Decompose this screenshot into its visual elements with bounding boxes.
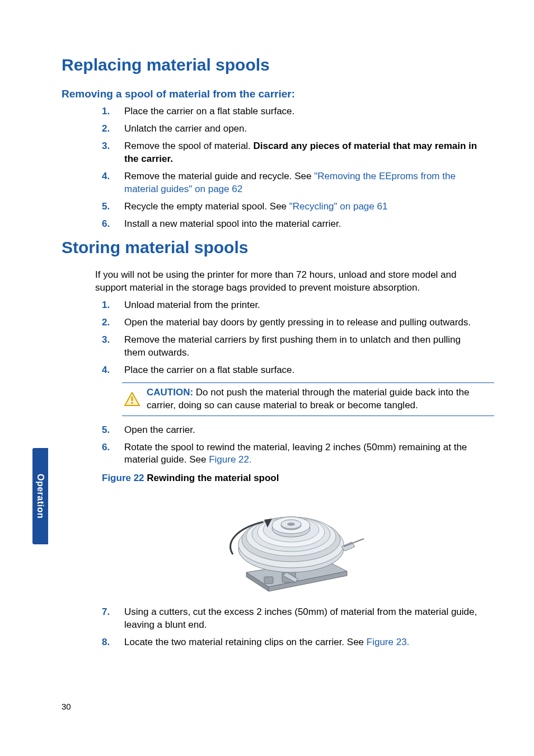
section-tab-label: Operation [34,474,46,519]
caution-icon [124,392,140,407]
step-number: 1. [102,299,124,312]
step-text: Place the carrier on a flat stable surfa… [124,364,481,377]
cross-reference-link[interactable]: Figure 23. [367,637,410,647]
step-text: Rotate the spool to rewind the material,… [124,441,481,467]
figure-title: Rewinding the material spool [144,473,279,483]
list-item: 4. Place the carrier on a flat stable su… [62,364,481,377]
caution-label: CAUTION: [147,387,193,398]
step-text: Place the carrier on a flat stable surfa… [124,105,481,118]
step-text: Install a new material spool into the ma… [124,218,481,231]
step-number: 4. [102,170,124,196]
step-text-pre: Recycle the empty material spool. See [124,201,289,212]
remove-steps-list: 1. Place the carrier on a flat stable su… [62,105,481,231]
step-text: Unload material from the printer. [124,299,481,312]
storing-intro-paragraph: If you will not be using the printer for… [95,269,481,295]
caution-text: CAUTION: Do not push the material throug… [147,386,491,412]
step-text: Using a cutters, cut the excess 2 inches… [124,606,481,632]
cross-reference-link[interactable]: "Recycling" on page 61 [289,201,388,212]
step-text-pre: Locate the two material retaining clips … [124,637,367,647]
list-item: 1. Unload material from the printer. [62,299,481,312]
step-text: Recycle the empty material spool. See "R… [124,200,481,213]
step-text-pre: Rotate the spool to rewind the material,… [124,442,467,465]
step-number: 3. [102,140,124,166]
svg-rect-1 [132,396,133,401]
step-number: 7. [102,606,124,632]
step-text: Open the material bay doors by gently pr… [124,316,481,329]
storing-steps-list-b: 5. Open the carrier. 6. Rotate the spool… [62,424,481,467]
list-item: 2. Unlatch the carrier and open. [62,123,481,136]
storing-steps-list-c: 7. Using a cutters, cut the excess 2 inc… [62,606,481,649]
step-text: Remove the material guide and recycle. S… [124,170,481,196]
list-item: 5. Open the carrier. [62,424,481,437]
step-text: Remove the material carriers by first pu… [124,334,481,360]
step-text: Remove the spool of material. Discard an… [124,140,481,166]
list-item: 8. Locate the two material retaining cli… [62,636,481,649]
list-item: 3. Remove the spool of material. Discard… [62,140,481,166]
list-item: 3. Remove the material carriers by first… [62,334,481,360]
step-number: 2. [102,123,124,136]
step-number: 5. [102,424,124,437]
list-item: 6. Install a new material spool into the… [62,218,481,231]
step-number: 4. [102,364,124,377]
heading-replacing-material-spools: Replacing material spools [62,54,481,77]
list-item: 6. Rotate the spool to rewind the materi… [62,441,481,467]
step-text: Open the carrier. [124,424,481,437]
caution-callout: CAUTION: Do not push the material throug… [122,382,494,416]
svg-rect-2 [132,402,133,404]
step-number: 8. [102,636,124,649]
caution-body: Do not push the material through the mat… [147,387,469,410]
list-item: 5. Recycle the empty material spool. See… [62,200,481,213]
svg-rect-8 [264,577,273,584]
storing-steps-list-a: 1. Unload material from the printer. 2. … [62,299,481,377]
cross-reference-link[interactable]: Figure 22. [209,454,252,465]
step-number: 6. [102,441,124,467]
list-item: 2. Open the material bay doors by gently… [62,316,481,329]
figure-22-image [90,488,481,595]
step-text-pre: Remove the material guide and recycle. S… [124,171,314,181]
heading-storing-material-spools: Storing material spools [62,236,481,259]
step-text: Unlatch the carrier and open. [124,123,481,136]
step-number: 5. [102,200,124,213]
section-tab-operation: Operation [32,448,48,544]
step-number: 3. [102,334,124,360]
step-number: 6. [102,218,124,231]
step-number: 2. [102,316,124,329]
subheading-removing-spool: Removing a spool of material from the ca… [62,87,481,101]
page-number: 30 [62,701,71,712]
figure-22-caption: Figure 22 Rewinding the material spool [102,472,481,485]
svg-point-20 [287,522,295,526]
list-item: 7. Using a cutters, cut the excess 2 inc… [62,606,481,632]
list-item: 1. Place the carrier on a flat stable su… [62,105,481,118]
list-item: 4. Remove the material guide and recycle… [62,170,481,196]
step-text-pre: Remove the spool of material. [124,141,254,151]
step-number: 1. [102,105,124,118]
figure-label: Figure 22 [102,473,144,483]
step-text: Locate the two material retaining clips … [124,636,481,649]
